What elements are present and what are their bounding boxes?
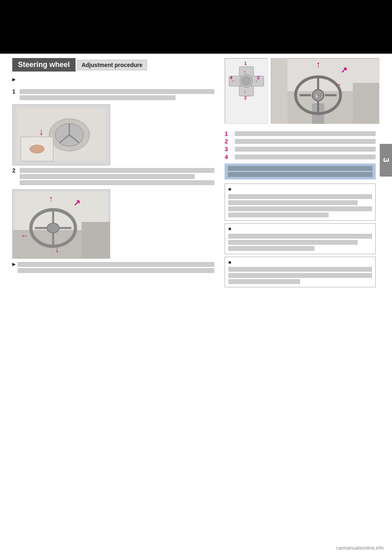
page-container: Steering wheel Adjustment procedure 1 — [0, 0, 392, 555]
note-2-l2 — [228, 240, 358, 245]
note-3-l3 — [228, 279, 300, 284]
step-list-2: 2 — [225, 138, 376, 145]
svg-text:→: → — [334, 81, 342, 89]
step1-line-1 — [20, 89, 214, 94]
note-box-1: ■ — [225, 184, 376, 221]
car-interior-svg: L ↑ ↗ → — [271, 58, 379, 124]
note-1-l1 — [228, 194, 372, 199]
info-line-2 — [228, 172, 372, 177]
top-bar — [0, 0, 392, 53]
step2-line-1 — [20, 168, 214, 173]
step-1-content — [20, 88, 214, 101]
svg-rect-43 — [353, 83, 379, 124]
step-list-3-text — [235, 147, 376, 152]
svg-text:2: 2 — [244, 95, 247, 100]
svg-text:↓: ↓ — [55, 245, 59, 254]
watermark: carmanualsonline.info — [336, 545, 384, 551]
step-2-label: 2 — [12, 167, 214, 186]
left-column: Steering wheel Adjustment procedure 1 — [0, 54, 220, 294]
bottom-arrow-note — [12, 261, 214, 274]
step-list-3: 3 — [225, 145, 376, 152]
section-tab: 3 — [380, 144, 392, 177]
step-list-2-text — [235, 139, 376, 144]
step2-line-2 — [20, 174, 195, 179]
step-2-text — [20, 167, 214, 186]
lever-svg: ↓ — [13, 104, 110, 166]
section-title: Steering wheel — [12, 58, 76, 72]
svg-point-9 — [30, 145, 45, 153]
step1-line-2 — [20, 95, 176, 100]
step-list-4-num: 4 — [225, 153, 233, 160]
steering-image: ↑ ↗ ↓ ← — [12, 189, 110, 259]
main-content: Steering wheel Adjustment procedure 1 — [0, 54, 392, 294]
bottom-note-1 — [18, 262, 214, 267]
bottom-note-text — [18, 261, 214, 274]
note-2-l3 — [228, 246, 314, 251]
section-subtitle: Adjustment procedure — [77, 60, 147, 70]
step-list-1-text — [235, 131, 376, 136]
note-2-title: ■ — [228, 226, 372, 233]
note-1-title: ■ — [228, 186, 372, 193]
note-1-l4 — [228, 213, 329, 217]
note-box-3: ■ — [225, 257, 376, 288]
svg-rect-42 — [271, 58, 287, 124]
svg-point-16 — [47, 223, 59, 233]
svg-text:↑: ↑ — [316, 59, 321, 69]
step-list-4-text — [235, 154, 376, 159]
step-list-4: 4 — [225, 153, 376, 160]
note-3-l2 — [228, 273, 372, 278]
step-list-1-num: 1 — [225, 130, 233, 137]
step-list-1: 1 — [225, 130, 376, 137]
step-1: 1 — [12, 88, 214, 101]
svg-text:↑: ↑ — [49, 194, 53, 203]
svg-text:↗: ↗ — [74, 198, 80, 207]
direction-diagram: ↑ ↓ ← → 1 2 3 4 — [225, 58, 267, 123]
step-list-2-num: 2 — [225, 138, 233, 145]
note-2-l1 — [228, 234, 372, 239]
svg-text:↑: ↑ — [243, 69, 246, 75]
svg-text:↓: ↓ — [243, 88, 246, 94]
svg-text:4: 4 — [230, 75, 233, 80]
steps-list: 1 2 3 4 — [225, 130, 376, 160]
step2-line-3 — [20, 180, 214, 185]
step-1-num: 1 — [12, 88, 20, 95]
direction-svg: ↑ ↓ ← → 1 2 3 4 — [225, 58, 268, 124]
note-3-l1 — [228, 267, 372, 272]
note-1-l2 — [228, 200, 358, 205]
bottom-note-2 — [18, 268, 214, 273]
steering-svg: ↑ ↗ ↓ ← — [13, 189, 110, 259]
svg-text:←: ← — [21, 231, 29, 240]
svg-text:1: 1 — [244, 61, 247, 66]
step-intro — [12, 76, 214, 87]
step-list-3-num: 3 — [225, 145, 233, 152]
svg-text:3: 3 — [257, 75, 259, 80]
note-1-l3 — [228, 206, 372, 211]
right-column: ↑ ↓ ← → 1 2 3 4 — [220, 54, 392, 294]
svg-text:↓: ↓ — [39, 126, 44, 137]
svg-point-31 — [242, 77, 250, 85]
note-3-title: ■ — [228, 259, 372, 266]
lever-image: ↓ — [12, 104, 110, 166]
car-diagram: L ↑ ↗ → — [271, 58, 379, 123]
top-diagrams: ↑ ↓ ← → 1 2 3 4 — [225, 58, 376, 127]
svg-text:↗: ↗ — [341, 65, 347, 74]
info-box — [225, 163, 376, 179]
info-line-1 — [228, 166, 372, 171]
step-2-num: 2 — [12, 167, 20, 174]
note-box-2: ■ — [225, 223, 376, 254]
svg-rect-14 — [82, 222, 110, 258]
svg-text:L: L — [316, 94, 318, 98]
